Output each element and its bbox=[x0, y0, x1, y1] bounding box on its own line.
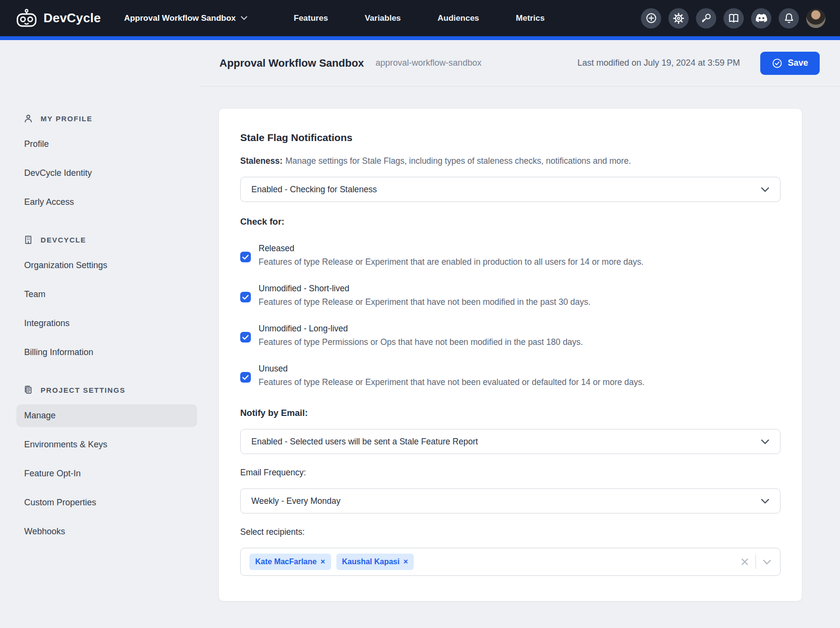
unmodified-short-lived-checkbox[interactable] bbox=[240, 292, 251, 302]
recipient-tag: Kaushal Kapasi × bbox=[336, 554, 414, 570]
recipient-name: Kaushal Kapasi bbox=[342, 557, 400, 566]
unmodified-long-lived-checkbox[interactable] bbox=[240, 332, 251, 343]
sidebar-item-feature-opt-in[interactable]: Feature Opt-In bbox=[16, 462, 197, 485]
unused-checkbox[interactable] bbox=[240, 372, 251, 383]
sidebar-section-header: MY PROFILE bbox=[16, 114, 199, 127]
sidebar-item-integrations[interactable]: Integrations bbox=[16, 312, 197, 335]
check-option-released: Released Features of type Release or Exp… bbox=[240, 243, 781, 267]
notify-by-email-select[interactable]: Enabled - Selected users will be sent a … bbox=[240, 429, 781, 454]
email-frequency-label: Email Frequency: bbox=[240, 468, 781, 478]
select-recipients-label: Select recipients: bbox=[240, 527, 781, 537]
settings-sidebar: MY PROFILE Profile DevCycle Identity Ear… bbox=[0, 86, 199, 564]
staleness-select[interactable]: Enabled - Checking for Staleness bbox=[240, 177, 781, 202]
project-selector-dropdown[interactable]: Approval Workflow Sandbox bbox=[124, 14, 247, 23]
sidebar-section-project-settings: PROJECT SETTINGS Manage Environments & K… bbox=[16, 385, 199, 543]
bell-icon bbox=[783, 13, 795, 24]
staleness-description: Staleness:Manage settings for Stale Flag… bbox=[240, 156, 781, 166]
sidebar-item-custom-properties[interactable]: Custom Properties bbox=[16, 491, 197, 514]
accent-bar bbox=[0, 36, 840, 40]
stale-flag-notifications-card: Stale Flag Notifications Staleness:Manag… bbox=[218, 108, 802, 601]
recipients-multiselect[interactable]: Kate MacFarlane × Kaushal Kapasi × bbox=[240, 548, 781, 576]
primary-nav: Features Variables Audiences Metrics bbox=[294, 14, 545, 23]
sidebar-item-early-access[interactable]: Early Access bbox=[16, 191, 197, 214]
chevron-down-icon bbox=[761, 439, 769, 444]
card-title: Stale Flag Notifications bbox=[240, 132, 781, 143]
settings-button[interactable] bbox=[668, 8, 689, 29]
check-label: Unused bbox=[259, 364, 645, 374]
key-icon bbox=[701, 13, 712, 24]
sidebar-section-devcycle: DEVCYCLE Organization Settings Team Inte… bbox=[16, 235, 199, 364]
page-title: Approval Workflow Sandbox bbox=[219, 57, 364, 70]
recipient-tag: Kate MacFarlane × bbox=[249, 554, 331, 570]
top-navigation: DevCycle Approval Workflow Sandbox Featu… bbox=[0, 0, 840, 36]
clear-all-icon[interactable] bbox=[741, 558, 749, 566]
check-description: Features of type Release or Experiment t… bbox=[259, 377, 645, 387]
user-avatar[interactable] bbox=[806, 9, 826, 28]
sidebar-item-webhooks[interactable]: Webhooks bbox=[16, 520, 197, 543]
check-option-unmodified-long-lived: Unmodified - Long-lived Features of type… bbox=[240, 324, 781, 347]
docs-button[interactable] bbox=[724, 8, 744, 29]
sidebar-section-title: MY PROFILE bbox=[41, 114, 92, 123]
remove-recipient-icon[interactable]: × bbox=[404, 557, 408, 566]
staleness-desc-text: Manage settings for Stale Flags, includi… bbox=[286, 156, 631, 166]
recipient-name: Kate MacFarlane bbox=[255, 557, 317, 566]
nav-link-audiences[interactable]: Audiences bbox=[437, 14, 479, 23]
discord-icon bbox=[755, 14, 768, 23]
chevron-down-icon bbox=[761, 187, 769, 192]
gear-icon bbox=[673, 13, 684, 24]
email-frequency-select[interactable]: Weekly - Every Monday bbox=[240, 488, 781, 514]
main-content: Stale Flag Notifications Staleness:Manag… bbox=[199, 86, 840, 601]
chevron-down-icon bbox=[241, 16, 247, 20]
notify-select-value: Enabled - Selected users will be sent a … bbox=[251, 437, 478, 447]
check-circle-icon bbox=[772, 58, 782, 69]
sidebar-section-title: DEVCYCLE bbox=[41, 236, 86, 244]
chevron-down-icon[interactable] bbox=[763, 559, 771, 565]
sidebar-section-title: PROJECT SETTINGS bbox=[41, 386, 126, 394]
sidebar-item-profile[interactable]: Profile bbox=[16, 133, 197, 156]
sidebar-section-header: PROJECT SETTINGS bbox=[16, 385, 199, 398]
clipboard-icon bbox=[23, 385, 33, 395]
building-icon bbox=[23, 235, 33, 245]
api-keys-button[interactable] bbox=[696, 8, 716, 29]
plus-circle-icon bbox=[646, 13, 657, 24]
project-key: approval-workflow-sandbox bbox=[376, 58, 481, 68]
check-for-label: Check for: bbox=[240, 216, 781, 227]
sidebar-item-devcycle-identity[interactable]: DevCycle Identity bbox=[16, 162, 197, 185]
check-label: Released bbox=[259, 243, 644, 254]
sidebar-section-header: DEVCYCLE bbox=[16, 235, 199, 248]
check-option-unmodified-short-lived: Unmodified - Short-lived Features of typ… bbox=[240, 284, 781, 307]
nav-link-metrics[interactable]: Metrics bbox=[516, 14, 545, 23]
devcycle-robot-icon bbox=[15, 9, 38, 28]
sidebar-section-my-profile: MY PROFILE Profile DevCycle Identity Ear… bbox=[16, 114, 199, 214]
recipient-tags: Kate MacFarlane × Kaushal Kapasi × bbox=[249, 554, 741, 570]
save-button-label: Save bbox=[788, 58, 808, 68]
nav-link-features[interactable]: Features bbox=[294, 14, 328, 23]
sidebar-item-manage[interactable]: Manage bbox=[16, 404, 197, 427]
sidebar-item-billing-information[interactable]: Billing Information bbox=[16, 341, 197, 364]
staleness-select-value: Enabled - Checking for Staleness bbox=[251, 185, 377, 195]
remove-recipient-icon[interactable]: × bbox=[320, 557, 325, 566]
devcycle-logo[interactable]: DevCycle bbox=[15, 9, 101, 28]
create-button[interactable] bbox=[641, 8, 661, 29]
topnav-actions bbox=[641, 8, 826, 29]
staleness-label: Staleness: bbox=[240, 156, 283, 166]
notify-by-email-label: Notify by Email: bbox=[240, 408, 781, 418]
chevron-down-icon bbox=[761, 499, 769, 504]
sidebar-item-environments-keys[interactable]: Environments & Keys bbox=[16, 433, 197, 456]
frequency-select-value: Weekly - Every Monday bbox=[251, 496, 340, 506]
check-description: Features of type Release or Experiment t… bbox=[259, 257, 644, 267]
multiselect-controls bbox=[741, 555, 771, 569]
brand-name: DevCycle bbox=[43, 11, 101, 26]
released-checkbox[interactable] bbox=[240, 252, 251, 262]
check-description: Features of type Permissions or Ops that… bbox=[259, 337, 583, 347]
notifications-button[interactable] bbox=[779, 8, 799, 29]
check-option-unused: Unused Features of type Release or Exper… bbox=[240, 364, 781, 387]
save-button[interactable]: Save bbox=[760, 52, 820, 75]
sidebar-item-organization-settings[interactable]: Organization Settings bbox=[16, 254, 197, 277]
check-description: Features of type Release or Experiment t… bbox=[259, 297, 591, 307]
discord-button[interactable] bbox=[751, 8, 771, 29]
sidebar-item-team[interactable]: Team bbox=[16, 283, 197, 306]
nav-link-variables[interactable]: Variables bbox=[365, 14, 401, 23]
docs-book-icon bbox=[728, 13, 739, 24]
project-selector-label: Approval Workflow Sandbox bbox=[124, 14, 236, 23]
